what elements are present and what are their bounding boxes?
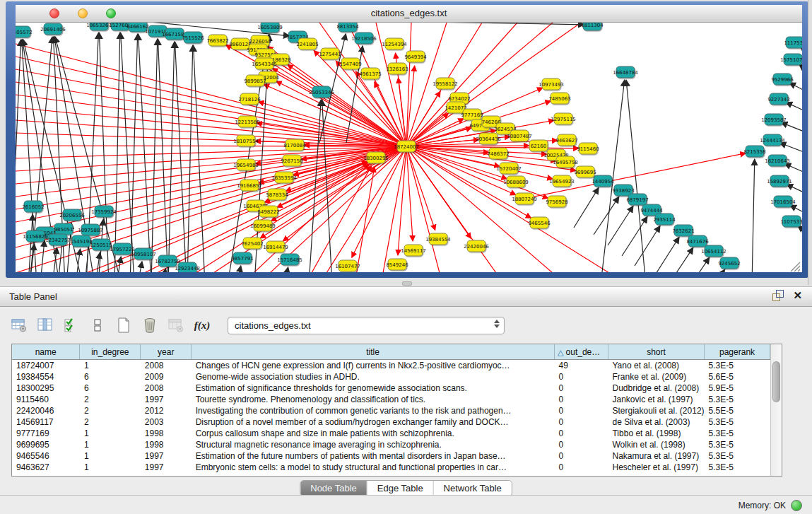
graph-node[interactable]: 10654112 [701,245,726,257]
graph-edge[interactable] [288,64,406,146]
graph-node[interactable]: 9245652 [718,257,740,269]
graph-node[interactable]: 9756928 [546,196,567,207]
table-row[interactable]: 946362711997Embryonic stem cells: a mode… [12,462,770,473]
import-table-icon[interactable] [167,316,185,334]
graph-edge[interactable] [789,83,802,95]
graph-node[interactable]: 1107533 [780,216,802,227]
column-header-out_de[interactable]: △ out_de… [555,344,608,360]
graph-edge[interactable] [138,262,142,272]
table-cell[interactable]: 2008 [141,382,192,394]
graph-node[interactable]: 14569117 [401,245,426,256]
graph-edge[interactable] [168,42,175,272]
table-cell[interactable]: 1 [80,462,141,473]
graph-node[interactable]: 19654983 [233,159,259,170]
graph-node[interactable]: 9777169 [461,109,483,120]
table-row[interactable]: 911546021997Tourette syndrome. Phenomeno… [12,394,770,405]
column-header-short[interactable]: short [608,344,704,360]
table-cell[interactable]: Structural magnetic resonance image aver… [192,439,555,450]
graph-edge[interactable] [158,39,168,272]
table-cell[interactable]: 2012 [141,405,192,416]
graph-node[interactable]: 2935114 [653,214,676,225]
table-row[interactable]: 977716911998Corpus callosum shape and si… [12,428,770,439]
table-cell[interactable]: 1998 [141,428,192,439]
graph-node[interactable]: 16543345 [252,58,277,69]
graph-edge[interactable] [406,146,471,238]
table-cell[interactable]: Tourette syndrome. Phenomenology and cla… [192,394,555,405]
graph-node[interactable]: 9699695 [574,166,596,177]
table-cell[interactable]: 14569117 [12,416,80,428]
table-cell[interactable]: 0 [555,405,608,416]
graph-node[interactable]: 19558122 [433,78,458,89]
table-cell[interactable]: 5.5E-5 [705,405,770,416]
table-cell[interactable]: 22420046 [12,405,80,416]
table-cell[interactable]: Jankovic et al. (1997) [608,394,704,405]
table-cell[interactable]: 2 [80,394,141,405]
table-cell[interactable]: 9777169 [12,428,80,439]
table-cell[interactable]: 2009 [141,371,192,382]
graph-node[interactable]: 20364436 [476,133,501,144]
table-row[interactable]: 1456911722003Disruption of a novel membe… [12,416,770,428]
select-columns-icon[interactable] [62,316,81,334]
table-cell[interactable]: Franke et al. (2009) [608,371,704,382]
graph-edge[interactable] [254,35,269,272]
graph-node[interactable]: 1326163 [386,63,408,74]
table-row[interactable]: 969969511998Structural magnetic resonanc… [12,439,770,450]
graph-node[interactable]: 9227343 [767,93,789,105]
graph-node[interactable]: 1547409 [339,58,361,69]
graph-node[interactable]: 8215358 [743,146,765,157]
graph-edge[interactable] [781,122,802,135]
graph-node[interactable]: 12342757 [45,234,71,245]
table-cell[interactable]: 1997 [141,450,192,462]
graph-edge[interactable] [574,187,599,228]
graph-edge[interactable] [99,33,109,272]
table-cell[interactable]: 18724007 [12,360,80,372]
table-cell[interactable]: 1 [80,439,141,450]
panel-splitter-handle[interactable] [402,281,412,286]
table-cell[interactable]: Disruption of a novel member of a sodium… [192,416,555,428]
table-cell[interactable]: Yano et al. (2008) [608,360,704,372]
table-cell[interactable]: 18300295 [12,382,80,394]
graph-edge[interactable] [798,226,802,237]
column-header-pagerank[interactable]: pagerank [705,344,770,360]
graph-edge[interactable] [790,205,802,217]
graph-node[interactable]: 16053809 [257,23,283,33]
table-cell[interactable]: 5.3E-5 [705,462,770,473]
graph-edge[interactable] [752,159,755,272]
network-window-titlebar[interactable]: citations_edges.txt [16,5,802,23]
graph-node[interactable]: 7625402 [241,238,263,249]
table-cell[interactable]: 5.3E-5 [705,394,770,405]
table-cell[interactable]: Changes of HCN gene expression and I(f) … [192,360,555,372]
table-cell[interactable]: 1997 [141,462,192,473]
graph-node[interactable]: 17359924 [91,206,117,217]
scrollbar-thumb[interactable] [772,361,780,402]
table-cell[interactable]: Dudbridge et al. (2008) [608,382,704,394]
table-cell[interactable]: 5.3E-5 [705,360,770,372]
graph-edge[interactable] [594,197,619,235]
graph-node[interactable]: 6879197 [626,194,648,205]
table-panel-header[interactable]: Table Panel ✕ [0,286,812,307]
graph-edge[interactable] [799,64,802,75]
table-cell[interactable]: 5.3E-5 [705,416,770,428]
tab-node-table[interactable]: Node Table [300,481,367,496]
table-row[interactable]: 946554611997Estimation of the future num… [12,450,770,462]
graph-edge[interactable] [779,143,802,156]
table-row[interactable]: 1872400712008Changes of HCN gene express… [12,360,770,372]
table-cell[interactable]: 2008 [141,360,192,372]
table-cell[interactable]: 0 [555,394,608,405]
table-cell[interactable]: 1998 [141,439,192,450]
graph-edge[interactable] [139,34,151,272]
function-builder-icon[interactable]: f(x) [193,316,211,334]
graph-edge[interactable] [406,23,411,146]
graph-edge[interactable] [284,267,288,272]
graph-edge[interactable] [355,167,375,272]
table-cell[interactable]: 1997 [141,394,192,405]
row-height-icon[interactable] [88,316,107,334]
graph-edge[interactable] [622,216,647,256]
graph-node[interactable]: 5878334 [266,189,288,200]
graph-node[interactable]: 985051 [54,223,73,235]
table-cell[interactable]: 0 [555,416,608,428]
graph-node[interactable]: 18724007 [394,141,419,152]
graph-node[interactable]: 16782759 [155,255,180,267]
graph-node[interactable]: 9465546 [528,217,551,228]
table-cell[interactable]: 19384554 [12,371,80,382]
